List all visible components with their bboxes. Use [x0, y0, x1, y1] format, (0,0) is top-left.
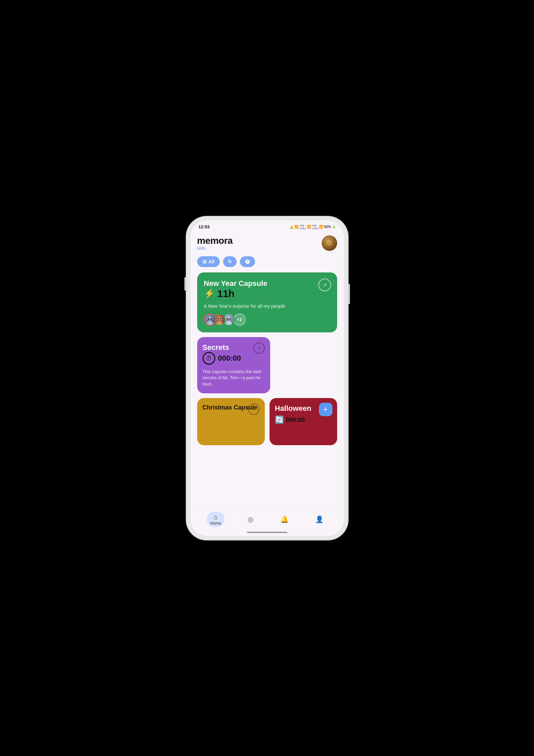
app-name: memora	[197, 235, 233, 246]
bell-icon: 🔔	[280, 515, 289, 523]
new-year-description: A New Year's surprise for all my people	[204, 303, 330, 309]
secrets-card[interactable]: Secrets ↗ ⏱ 000:00 This capsule contains…	[197, 337, 270, 393]
second-row: Secrets ↗ ⏱ 000:00 This capsule contains…	[197, 337, 337, 393]
avatars-row: +2	[204, 314, 330, 326]
app-logo: memora beta	[197, 235, 233, 251]
battery-icon: 🔋	[332, 225, 336, 229]
history-clock-icon: 🕐	[245, 259, 250, 264]
svg-point-1	[207, 321, 213, 325]
svg-point-8	[220, 318, 221, 319]
list-icon: ⊞	[203, 259, 207, 264]
app-header: memora beta	[197, 231, 337, 256]
new-year-title: New Year Capsule	[204, 279, 268, 288]
profile-icon: 👤	[315, 515, 324, 523]
lte2-label: Vol)LTE2	[312, 224, 318, 230]
svg-rect-13	[227, 320, 231, 320]
timer-refresh-icon: ↻	[228, 259, 232, 264]
avatars-more-count: +2	[234, 314, 246, 326]
secrets-title: Secrets	[203, 343, 229, 352]
secrets-description: This capsule contains the dark secrets o…	[203, 369, 265, 387]
secrets-timer-row: ⏱ 000:00	[203, 352, 265, 365]
nav-profile[interactable]: 👤	[312, 514, 327, 525]
wifi-icon: 📶	[294, 225, 298, 229]
svg-point-6	[216, 321, 223, 325]
bottom-row: Christmas Capsule ↗ Halloween + 🔄	[197, 398, 337, 445]
new-year-timer-row: ⚡ 11h	[204, 288, 330, 299]
status-icons: 🔔 📶 Vol)LTE1 📶 Vol)LTE2 📶 62% 🔋	[290, 224, 335, 230]
lte1-label: Vol)LTE1	[299, 224, 306, 230]
filter-tabs: ⊞ All ↻ 🕐	[197, 256, 337, 267]
filter-all-button[interactable]: ⊞ All	[197, 256, 220, 267]
status-bar: 12:03 🔔 📶 Vol)LTE1 📶 Vol)LTE2 📶 62% 🔋	[190, 221, 344, 231]
new-year-timer: 11h	[217, 288, 235, 299]
halloween-timer-icon: 🔄	[275, 416, 284, 424]
empty-right	[275, 337, 337, 393]
svg-point-2	[208, 318, 209, 319]
svg-point-7	[218, 318, 219, 319]
nav-search[interactable]: ◎	[244, 514, 257, 525]
secrets-timer: 000:00	[218, 354, 241, 363]
status-time: 12:03	[199, 224, 210, 229]
phone-frame: 12:03 🔔 📶 Vol)LTE1 📶 Vol)LTE2 📶 62% 🔋 me…	[186, 217, 348, 540]
nav-home-label: Home	[210, 521, 221, 526]
countdown-icon: ⏱	[203, 352, 215, 365]
network-speed: 🔔	[290, 225, 293, 229]
plus-icon: +	[323, 405, 328, 414]
cards-grid: New Year Capsule ↗ ⚡ 11h A New Year's su…	[197, 272, 337, 445]
compass-icon: ◎	[248, 515, 253, 523]
halloween-timer-row: 🔄 000:00	[275, 416, 332, 424]
filter-all-label: All	[209, 259, 215, 264]
app-content: memora beta ⊞ All ↻ 🕐	[190, 231, 344, 508]
christmas-open-button[interactable]: ↗	[248, 403, 259, 415]
halloween-title: Halloween	[275, 404, 312, 413]
nav-notifications[interactable]: 🔔	[277, 514, 292, 525]
battery-label: 62%	[324, 225, 331, 229]
home-bar	[247, 532, 287, 533]
svg-point-3	[211, 318, 212, 319]
bottom-nav: ⌂ Home ◎ 🔔 👤	[190, 508, 344, 532]
new-year-card[interactable]: New Year Capsule ↗ ⚡ 11h A New Year's su…	[197, 272, 337, 332]
filter-history-button[interactable]: 🕐	[240, 256, 255, 267]
avatar-1	[204, 314, 216, 326]
svg-point-10	[225, 321, 232, 325]
filter-timer-button[interactable]: ↻	[223, 256, 237, 267]
user-avatar[interactable]	[322, 235, 337, 251]
christmas-external-icon: ↗	[252, 406, 255, 412]
new-year-open-button[interactable]: ↗	[318, 278, 331, 291]
svg-point-12	[229, 318, 231, 319]
external-link-icon: ↗	[323, 282, 327, 288]
halloween-add-button[interactable]: +	[319, 403, 332, 416]
signal1-icon: 📶	[307, 225, 311, 229]
lightning-icon: ⚡	[204, 288, 215, 299]
phone-screen: 12:03 🔔 📶 Vol)LTE1 📶 Vol)LTE2 📶 62% 🔋 me…	[190, 221, 344, 536]
svg-rect-4	[208, 320, 212, 320]
halloween-card[interactable]: Halloween + 🔄 000:00	[270, 398, 337, 445]
secrets-external-icon: ↗	[257, 346, 261, 351]
home-icon: ⌂	[214, 513, 218, 521]
halloween-timer: 000:00	[286, 417, 305, 424]
svg-point-11	[227, 318, 228, 319]
secrets-open-button[interactable]: ↗	[253, 342, 265, 354]
app-beta-badge: beta	[197, 245, 233, 251]
nav-home[interactable]: ⌂ Home	[207, 512, 224, 527]
signal2-icon: 📶	[319, 225, 323, 229]
home-indicator	[190, 532, 344, 536]
christmas-card[interactable]: Christmas Capsule ↗	[197, 398, 265, 445]
